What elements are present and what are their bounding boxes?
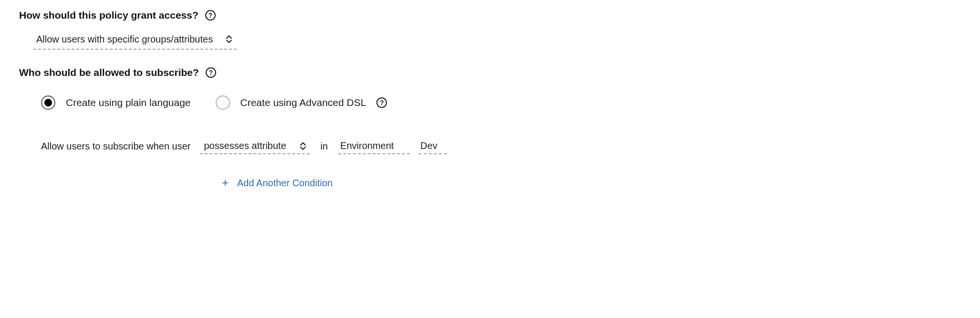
radio-advanced-dsl[interactable]: Create using Advanced DSL ? xyxy=(216,95,387,110)
condition-row: Allow users to subscribe when user posse… xyxy=(41,138,961,154)
attribute-key-value: Environment xyxy=(340,140,394,151)
help-icon[interactable]: ? xyxy=(376,97,387,108)
help-icon[interactable]: ? xyxy=(206,67,216,78)
grant-access-select[interactable]: Allow users with specific groups/attribu… xyxy=(33,30,237,50)
radio-dot-icon xyxy=(44,99,52,106)
chevron-updown-icon xyxy=(300,142,306,150)
attribute-key-field[interactable]: Environment xyxy=(338,138,410,154)
subscribe-heading: Who should be allowed to subscribe? xyxy=(19,67,199,78)
condition-joiner: in xyxy=(318,141,330,152)
grant-access-select-value: Allow users with specific groups/attribu… xyxy=(36,34,213,45)
condition-prefix: Allow users to subscribe when user xyxy=(41,141,191,152)
chevron-updown-icon xyxy=(226,35,232,43)
subscribe-heading-row: Who should be allowed to subscribe? ? xyxy=(19,67,961,78)
add-condition-label: Add Another Condition xyxy=(237,178,333,189)
predicate-select-value: possesses attribute xyxy=(204,140,286,151)
create-mode-radio-group: Create using plain language Create using… xyxy=(41,95,961,110)
radio-plain-label: Create using plain language xyxy=(66,97,191,108)
radio-circle-icon xyxy=(216,95,230,110)
radio-dsl-label: Create using Advanced DSL xyxy=(240,97,366,108)
radio-circle-icon xyxy=(41,95,55,110)
plus-icon: + xyxy=(222,177,229,189)
attribute-value-value: Dev xyxy=(420,140,438,151)
predicate-select[interactable]: possesses attribute xyxy=(200,138,310,154)
radio-plain-language[interactable]: Create using plain language xyxy=(41,95,191,110)
attribute-value-field[interactable]: Dev xyxy=(418,138,447,154)
help-icon[interactable]: ? xyxy=(205,10,216,21)
grant-access-heading-row: How should this policy grant access? ? xyxy=(19,10,961,21)
add-condition-button[interactable]: + Add Another Condition xyxy=(222,177,333,189)
grant-access-heading: How should this policy grant access? xyxy=(19,10,198,21)
